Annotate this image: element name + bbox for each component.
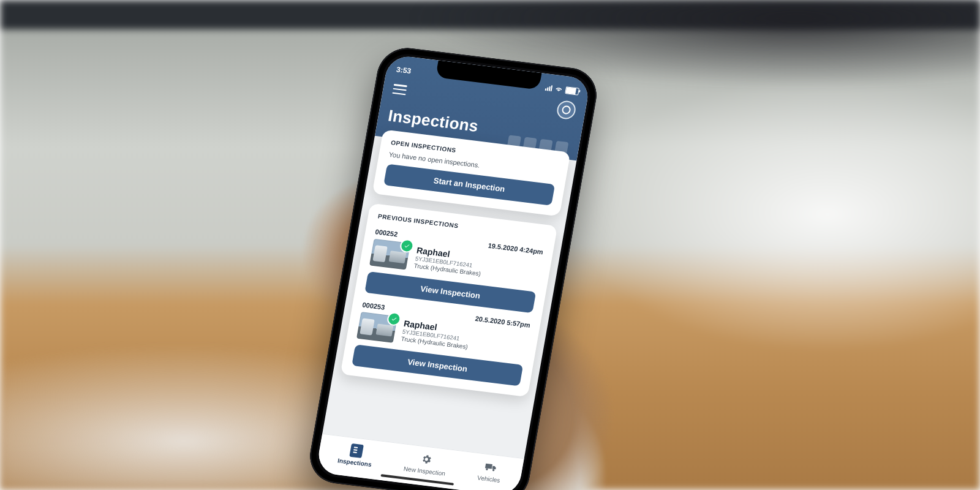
target-icon xyxy=(561,105,571,115)
check-icon xyxy=(391,315,398,322)
content-area: OPEN INSPECTIONS You have no open inspec… xyxy=(332,129,578,403)
status-badge xyxy=(386,312,402,326)
tab-label: Inspections xyxy=(337,457,372,468)
status-badge xyxy=(399,238,415,253)
status-time: 3:53 xyxy=(396,65,412,75)
tab-label: New Inspection xyxy=(403,466,446,477)
previous-inspections-card: PREVIOUS INSPECTIONS 000252 19.5.2020 4:… xyxy=(341,203,558,398)
inspection-id: 000253 xyxy=(362,301,386,311)
gear-icon xyxy=(420,453,434,466)
check-icon xyxy=(404,243,411,249)
clipboard-icon xyxy=(350,444,364,458)
vehicle-thumbnail xyxy=(356,312,398,343)
tab-bar: Inspections New Inspection Vehicles xyxy=(315,434,524,490)
tab-label: Vehicles xyxy=(477,474,500,483)
battery-icon xyxy=(565,86,579,96)
vehicle-meta: Raphael 5YJ3E1EB0LF716241 Truck (Hydraul… xyxy=(401,318,472,351)
header-action-button[interactable] xyxy=(556,100,577,120)
truck-icon xyxy=(484,461,498,474)
tab-inspections[interactable]: Inspections xyxy=(337,443,374,468)
tab-new-inspection[interactable]: New Inspection xyxy=(403,451,448,477)
vehicle-thumbnail xyxy=(369,239,410,270)
signal-icon xyxy=(545,85,553,91)
tab-vehicles[interactable]: Vehicles xyxy=(477,460,503,484)
menu-button[interactable] xyxy=(392,84,407,95)
wifi-icon xyxy=(554,86,563,92)
vehicle-meta: Raphael 5YJ3E1EB0LF716241 Truck (Hydraul… xyxy=(413,245,484,277)
inspection-id: 000252 xyxy=(375,228,399,238)
